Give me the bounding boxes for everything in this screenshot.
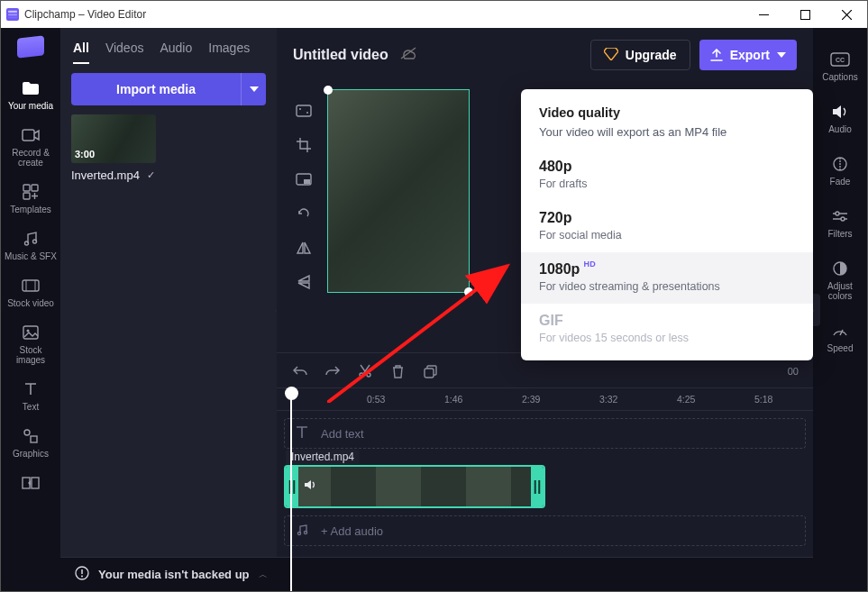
rail-label: Music & SFX	[5, 251, 57, 261]
preview-tools	[286, 82, 322, 352]
audio-track[interactable]: + Add audio	[284, 515, 806, 546]
chevron-up-icon: ︿	[259, 569, 268, 581]
center-area: Untitled video Upgrade Export	[277, 28, 813, 591]
tab-audio[interactable]: Audio	[160, 41, 192, 64]
option-sub: For drafts	[539, 178, 795, 190]
svg-point-18	[27, 330, 30, 332]
flip-h-icon[interactable]	[293, 237, 315, 259]
svg-point-12	[25, 241, 29, 245]
rail-record-create[interactable]: Record & create	[4, 120, 58, 173]
rail-label: Templates	[10, 205, 51, 214]
app-logo-icon	[6, 8, 19, 21]
rail-stock-video[interactable]: Stock video	[4, 270, 58, 314]
svg-rect-8	[23, 130, 34, 141]
rotate-icon[interactable]	[293, 203, 315, 224]
import-media-button[interactable]: Import media	[71, 73, 241, 105]
rail-filters[interactable]: Filters	[815, 201, 865, 244]
rail-graphics[interactable]: Graphics	[4, 421, 58, 464]
ruler-tick: 2:39	[522, 394, 540, 405]
ruler-tick: 3:32	[599, 394, 617, 405]
sync-off-icon[interactable]	[399, 46, 417, 64]
right-rail: CC Captions Audio Fade Filters Adjust co…	[813, 28, 867, 591]
undo-button[interactable]	[291, 362, 309, 380]
text-track[interactable]: Add text	[284, 418, 806, 449]
rail-label: Graphics	[13, 449, 49, 459]
delete-button[interactable]	[388, 362, 407, 380]
flip-v-icon[interactable]	[293, 271, 315, 293]
pip-icon[interactable]	[293, 168, 315, 190]
rail-transitions[interactable]	[4, 468, 58, 498]
dropdown-subtitle: Your video will export as an MP4 file	[521, 123, 813, 150]
contrast-icon	[830, 259, 850, 278]
video-clip[interactable]: || ||	[284, 465, 545, 508]
project-title[interactable]: Untitled video	[293, 47, 388, 63]
minimize-button[interactable]	[743, 1, 784, 28]
split-button[interactable]	[356, 362, 374, 380]
resize-handle[interactable]	[324, 86, 333, 95]
rail-text[interactable]: Text	[4, 374, 58, 417]
backup-bar[interactable]: Your media isn't backed up ︿	[60, 557, 813, 591]
crop-icon[interactable]	[293, 134, 315, 156]
svg-text:CC: CC	[836, 57, 845, 63]
window-title: Clipchamp – Video Editor	[24, 8, 146, 21]
rail-label: Stock video	[7, 298, 54, 308]
svg-point-19	[24, 430, 30, 435]
rail-label: Stock images	[4, 345, 58, 365]
ruler-tick: 4:25	[677, 394, 695, 405]
brand-logo[interactable]	[17, 35, 44, 58]
ruler-tick: 1:46	[444, 394, 462, 405]
tab-images[interactable]: Images	[208, 41, 250, 64]
rail-your-media[interactable]: Your media	[4, 73, 58, 116]
media-filename: Inverted.mp4	[71, 168, 140, 182]
option-title: 720p	[539, 210, 571, 226]
redo-button[interactable]	[324, 362, 342, 380]
option-sub: For video streaming & presentations	[539, 280, 795, 293]
rail-speed[interactable]: Speed	[815, 315, 865, 359]
text-track-label: Add text	[321, 427, 364, 441]
image-icon	[21, 323, 41, 342]
option-title: 480p	[539, 159, 571, 175]
audio-track-label: + Add audio	[321, 524, 383, 538]
clip-trim-left[interactable]: ||	[286, 467, 298, 506]
media-item[interactable]: 3:00 Inverted.mp4 ✓	[60, 114, 277, 182]
rail-fade[interactable]: Fade	[815, 149, 865, 192]
tab-videos[interactable]: Videos	[105, 41, 144, 64]
rail-audio[interactable]: Audio	[815, 96, 865, 140]
rail-music-sfx[interactable]: Music & SFX	[4, 223, 58, 267]
quality-option-1080p[interactable]: 1080pHD For video streaming & presentati…	[521, 252, 813, 304]
quality-option-gif[interactable]: GIF For videos 15 seconds or less	[521, 304, 813, 355]
duplicate-button[interactable]	[421, 362, 439, 380]
resize-handle[interactable]	[464, 287, 473, 296]
svg-rect-14	[23, 280, 39, 291]
close-button[interactable]	[826, 1, 867, 28]
video-preview[interactable]	[327, 89, 470, 293]
rail-label: Filters	[827, 229, 852, 239]
svg-rect-10	[32, 185, 38, 191]
cc-icon: CC	[830, 50, 850, 69]
maximize-button[interactable]	[784, 1, 826, 28]
diamond-icon	[604, 48, 618, 63]
tab-all[interactable]: All	[73, 41, 89, 64]
rail-adjust-colors[interactable]: Adjust colors	[815, 253, 865, 306]
quality-option-480p[interactable]: 480p For drafts	[521, 150, 813, 201]
svg-rect-9	[23, 185, 30, 191]
svg-rect-5	[800, 10, 809, 19]
media-thumbnail[interactable]: 3:00	[71, 114, 156, 163]
clip-trim-right[interactable]: ||	[531, 467, 544, 506]
rail-stock-images[interactable]: Stock images	[4, 317, 58, 370]
chevron-down-icon	[250, 87, 259, 92]
fit-icon[interactable]	[293, 100, 315, 122]
import-dropdown[interactable]	[241, 73, 266, 105]
info-icon	[75, 566, 89, 583]
rail-label: Text	[23, 402, 39, 412]
upgrade-button[interactable]: Upgrade	[590, 40, 690, 70]
topbar: Untitled video Upgrade Export	[277, 28, 813, 82]
templates-icon	[21, 182, 41, 202]
rail-captions[interactable]: CC Captions	[815, 44, 865, 87]
quality-option-720p[interactable]: 720p For social media	[521, 201, 813, 252]
rail-templates[interactable]: Templates	[4, 177, 58, 220]
export-button[interactable]: Export	[699, 40, 797, 70]
timecode-hint: 00	[788, 366, 799, 377]
timeline-ruler[interactable]: 0:53 1:46 2:39 3:32 4:25 5:18	[277, 387, 813, 411]
speaker-icon	[304, 478, 316, 495]
